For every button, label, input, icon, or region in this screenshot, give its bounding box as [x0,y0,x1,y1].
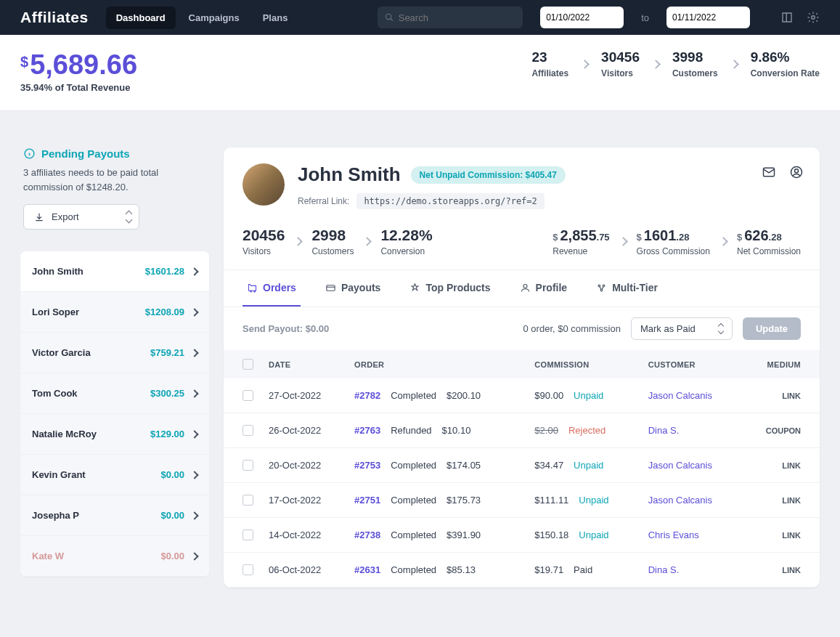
user-circle-icon[interactable] [789,165,804,179]
profile-kpi-money: $626.28Net Commission [737,227,801,256]
svg-rect-11 [327,285,335,291]
cell-medium: LINK [782,531,801,540]
row-checkbox[interactable] [242,425,253,436]
commission-amount: $111.11 [534,495,568,506]
customer-link[interactable]: Jason Calcanis [648,495,712,506]
profile-kpis: 20456Visitors2998Customers12.28%Conversi… [224,219,820,270]
hero-kpis: 23Affiliates30456Visitors3998Customers9.… [531,49,820,78]
customer-link[interactable]: Jason Calcanis [648,460,712,471]
row-checkbox[interactable] [242,564,253,575]
tab-icon [596,283,607,293]
row-checkbox[interactable] [242,530,253,540]
order-status: Completed [391,564,436,575]
order-link[interactable]: #2763 [354,425,380,436]
row-checkbox[interactable] [242,390,253,401]
affiliate-name: Natalie McRoy [32,429,97,439]
hero-subtitle: 35.94% of Total Revenue [20,82,137,93]
kpi-customers: 3998Customers [672,49,718,78]
gear-icon[interactable] [807,11,820,24]
search-input-wrap[interactable] [378,7,523,28]
cell-date: 20-Oct-2022 [261,448,347,483]
profile-tabs: OrdersPayoutsTop ProductsProfileMulti-Ti… [224,270,820,307]
profile-kpi-money: $2,855.75Revenue [552,227,609,256]
nav-campaigns[interactable]: Campaigns [179,7,250,29]
order-amount: $200.10 [446,390,481,401]
referral-link-url[interactable]: https://demo.storeapps.org/?ref=2 [356,193,544,209]
affiliate-row[interactable]: John Smith$1601.28 [20,251,209,292]
docs-icon[interactable] [780,11,794,24]
chevron-right-icon [294,237,303,246]
affiliate-row[interactable]: Lori Soper$1208.09 [20,292,209,333]
order-link[interactable]: #2782 [354,390,380,401]
affiliate-name: Victor Garcia [32,347,91,358]
row-checkbox[interactable] [242,460,253,471]
order-link[interactable]: #2631 [354,564,380,575]
affiliate-row[interactable]: Kate W$0.00 [20,536,209,577]
kpi-conversion-rate: 9.86%Conversion Rate [751,49,820,78]
order-amount: $174.05 [446,460,481,471]
order-link[interactable]: #2753 [354,460,380,471]
select-all-checkbox[interactable] [242,359,253,370]
tab-icon [520,283,531,293]
customer-link[interactable]: Chris Evans [648,530,699,540]
commission-amount: $34.47 [534,460,563,471]
affiliate-row[interactable]: Victor Garcia$759.21 [20,333,209,373]
affiliate-row[interactable]: Josepha P$0.00 [20,495,209,536]
search-input[interactable] [399,12,515,23]
affiliate-name: Tom Cook [32,388,78,399]
cell-date: 17-Oct-2022 [261,483,347,518]
nav-plans[interactable]: Plans [253,7,298,29]
mail-icon[interactable] [762,165,776,179]
order-status: Completed [391,530,436,540]
pending-payouts-text: 3 affiliates needs to be paid total comm… [23,166,206,194]
cell-medium: COUPON [766,426,801,435]
commission-amount: $90.00 [534,390,563,401]
search-icon [385,12,394,23]
brand-logo: Affiliates [20,9,89,26]
customer-link[interactable]: Jason Calcanis [648,390,712,401]
svg-line-1 [391,19,393,21]
affiliate-amount: $0.00 [160,510,184,521]
affiliate-amount: $300.25 [150,388,184,399]
tab-icon [247,283,258,293]
order-amount: $175.73 [446,495,481,506]
customer-link[interactable]: Dina S. [648,564,680,575]
profile-kpi: 20456Visitors [242,227,285,256]
order-link[interactable]: #2751 [354,495,380,506]
svg-point-0 [386,14,391,19]
tab-profile[interactable]: Profile [515,270,572,307]
chevron-right-icon [651,60,661,69]
update-button[interactable]: Update [743,317,801,340]
profile-kpi: 12.28%Conversion [380,227,432,256]
cell-medium: LINK [782,496,801,505]
affiliate-row[interactable]: Tom Cook$300.25 [20,373,209,414]
pending-payouts-title: Pending Payouts [23,147,206,160]
chevron-right-icon [190,430,198,438]
order-status: Completed [391,460,436,471]
commission-status: Unpaid [579,495,608,506]
date-to-label: to [641,12,649,23]
tab-orders[interactable]: Orders [242,270,301,307]
export-button[interactable]: Export [23,204,139,230]
date-from-input[interactable] [540,7,624,28]
table-row: 06-Oct-2022#2631Completed$85.13$19.71Pai… [224,553,820,588]
commission-amount: $150.18 [534,530,568,540]
chevron-right-icon [190,349,198,357]
svg-point-15 [600,289,603,291]
chevron-right-icon [619,237,628,246]
order-link[interactable]: #2738 [354,530,380,540]
date-to-input[interactable] [666,7,750,28]
order-status: Completed [391,495,436,506]
nav-dashboard[interactable]: Dashboard [106,7,176,29]
tab-multi-tier[interactable]: Multi-Tier [592,270,662,307]
affiliate-row[interactable]: Kevin Grant$0.00 [20,455,209,495]
tab-payouts[interactable]: Payouts [321,270,385,307]
commission-amount: $2.00 [534,425,558,436]
affiliate-amount: $1601.28 [145,266,184,277]
table-row: 20-Oct-2022#2753Completed$174.05$34.47Un… [224,448,820,483]
row-checkbox[interactable] [242,495,253,506]
mark-paid-select[interactable]: Mark as Paid [631,317,733,340]
affiliate-row[interactable]: Natalie McRoy$129.00 [20,414,209,455]
tab-top-products[interactable]: Top Products [405,270,494,307]
customer-link[interactable]: Dina S. [648,425,680,436]
